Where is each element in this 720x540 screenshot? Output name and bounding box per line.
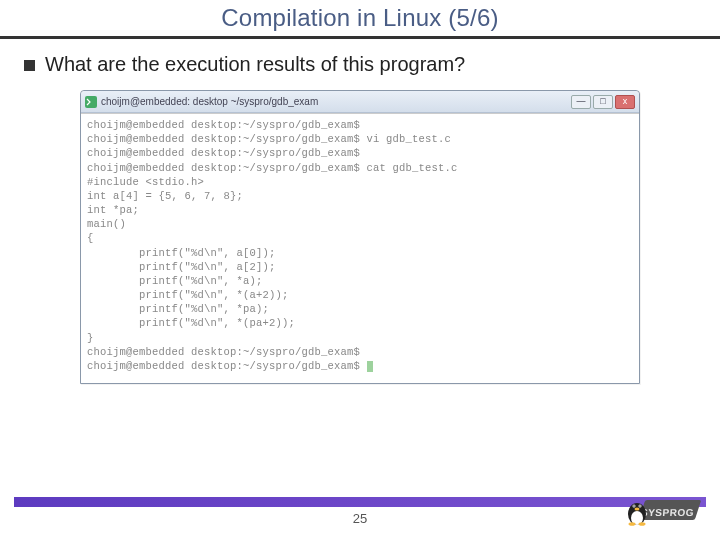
terminal-title-text: choijm@embedded: desktop ~/syspro/gdb_ex…: [101, 96, 318, 107]
maximize-button[interactable]: □: [593, 95, 613, 109]
terminal-icon: [85, 96, 97, 108]
bullet-row: What are the execution results of this p…: [24, 53, 696, 76]
square-bullet-icon: [24, 60, 35, 71]
terminal-line: int *pa;: [87, 203, 633, 217]
terminal-line: choijm@embedded desktop:~/syspro/gdb_exa…: [87, 161, 633, 175]
sysprog-logo: SYSPROG: [624, 492, 698, 526]
terminal-line: printf("%d\n", *(a+2));: [87, 288, 633, 302]
terminal-line: choijm@embedded desktop:~/syspro/gdb_exa…: [87, 118, 633, 132]
terminal-line: {: [87, 231, 633, 245]
svg-point-9: [639, 522, 646, 526]
svg-point-8: [629, 522, 636, 526]
svg-point-7: [635, 508, 640, 511]
terminal-line: choijm@embedded desktop:~/syspro/gdb_exa…: [87, 345, 633, 359]
slide-footer: 25: [0, 497, 720, 526]
slide-body: What are the execution results of this p…: [0, 39, 720, 384]
cursor-icon: [367, 361, 373, 372]
titlebar-left: choijm@embedded: desktop ~/syspro/gdb_ex…: [85, 96, 318, 108]
svg-rect-0: [85, 96, 97, 108]
footer-strip: [14, 497, 706, 507]
terminal-titlebar: choijm@embedded: desktop ~/syspro/gdb_ex…: [81, 91, 639, 113]
terminal-line-text: choijm@embedded desktop:~/syspro/gdb_exa…: [87, 360, 367, 372]
terminal-line: }: [87, 331, 633, 345]
window-buttons: — □ x: [571, 95, 635, 109]
page-number: 25: [0, 511, 720, 526]
terminal-window: choijm@embedded: desktop ~/syspro/gdb_ex…: [80, 90, 640, 384]
svg-point-5: [633, 505, 634, 506]
terminal-line: printf("%d\n", *(pa+2));: [87, 316, 633, 330]
terminal-line: choijm@embedded desktop:~/syspro/gdb_exa…: [87, 146, 633, 160]
terminal-body: choijm@embedded desktop:~/syspro/gdb_exa…: [81, 113, 639, 383]
terminal-line: choijm@embedded desktop:~/syspro/gdb_exa…: [87, 359, 633, 373]
svg-point-6: [639, 505, 640, 506]
slide: Compilation in Linux (5/6) What are the …: [0, 0, 720, 540]
terminal-line: main(): [87, 217, 633, 231]
bullet-text: What are the execution results of this p…: [45, 53, 465, 76]
terminal-line: printf("%d\n", a[2]);: [87, 260, 633, 274]
terminal-line: printf("%d\n", a[0]);: [87, 246, 633, 260]
terminal-line: #include <stdio.h>: [87, 175, 633, 189]
terminal-line: choijm@embedded desktop:~/syspro/gdb_exa…: [87, 132, 633, 146]
terminal-line: int a[4] = {5, 6, 7, 8};: [87, 189, 633, 203]
terminal-line: printf("%d\n", *a);: [87, 274, 633, 288]
close-button[interactable]: x: [615, 95, 635, 109]
minimize-button[interactable]: —: [571, 95, 591, 109]
tux-icon: [624, 496, 650, 526]
title-area: Compilation in Linux (5/6): [0, 0, 720, 32]
slide-title: Compilation in Linux (5/6): [0, 4, 720, 32]
terminal-line: printf("%d\n", *pa);: [87, 302, 633, 316]
